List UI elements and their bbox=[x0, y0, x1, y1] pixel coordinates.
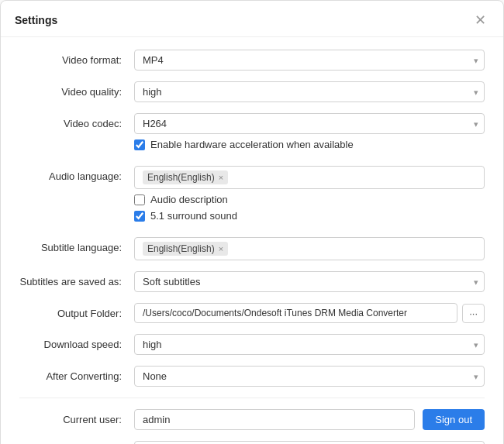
close-button[interactable]: ✕ bbox=[471, 12, 489, 29]
output-folder-label: Output Folder: bbox=[19, 303, 134, 319]
language-row: Language: English Chinese French German … bbox=[19, 441, 485, 444]
video-quality-select-wrapper: high medium low ▾ bbox=[134, 81, 485, 102]
language-control: English Chinese French German Japanese ▾ bbox=[134, 441, 485, 444]
subtitles-saved-select-wrapper: Soft subtitles Hard subtitles ▾ bbox=[134, 271, 485, 292]
output-folder-inner: ··· bbox=[134, 303, 485, 323]
audio-language-tag-close-icon[interactable]: × bbox=[219, 173, 223, 182]
audio-description-checkbox[interactable] bbox=[134, 194, 145, 205]
title-bar: Settings ✕ bbox=[1, 1, 503, 37]
hw-acceleration-row: Enable hardware acceleration when availa… bbox=[134, 139, 485, 150]
current-user-inner: Sign out bbox=[134, 409, 485, 430]
subtitle-language-row: Subtitle language: English(English) × bbox=[19, 237, 485, 260]
video-codec-select[interactable]: H264 H265 VP9 bbox=[134, 113, 485, 134]
audio-language-control: English(English) × Audio description 5.1… bbox=[134, 166, 485, 226]
audio-language-tag-input[interactable]: English(English) × bbox=[134, 166, 485, 189]
download-speed-select-wrapper: high medium low ▾ bbox=[134, 334, 485, 355]
subtitles-saved-control: Soft subtitles Hard subtitles ▾ bbox=[134, 271, 485, 292]
video-codec-control: H264 H265 VP9 ▾ Enable hardware accelera… bbox=[134, 113, 485, 155]
current-user-input[interactable] bbox=[134, 409, 415, 430]
audio-description-row: Audio description bbox=[134, 194, 485, 205]
audio-language-tag: English(English) × bbox=[143, 170, 228, 184]
video-format-select[interactable]: MP4 MOV MKV AVI bbox=[134, 50, 485, 71]
download-speed-control: high medium low ▾ bbox=[134, 334, 485, 355]
divider bbox=[19, 398, 485, 398]
after-converting-select-wrapper: None Open folder Shutdown ▾ bbox=[134, 366, 485, 387]
audio-language-row: Audio language: English(English) × Audio… bbox=[19, 166, 485, 226]
surround-sound-row: 5.1 surround sound bbox=[134, 210, 485, 222]
subtitles-saved-row: Subtitles are saved as: Soft subtitles H… bbox=[19, 271, 485, 292]
window-title: Settings bbox=[15, 14, 57, 26]
subtitle-language-label: Subtitle language: bbox=[19, 237, 134, 253]
after-converting-label: After Converting: bbox=[19, 366, 134, 382]
settings-window: Settings ✕ Video format: MP4 MOV MKV AVI… bbox=[0, 0, 504, 444]
hw-acceleration-checkbox[interactable] bbox=[134, 139, 145, 150]
download-speed-select[interactable]: high medium low bbox=[134, 334, 485, 355]
current-user-row: Current user: Sign out bbox=[19, 409, 485, 430]
hw-acceleration-label: Enable hardware acceleration when availa… bbox=[150, 139, 354, 150]
after-converting-select[interactable]: None Open folder Shutdown bbox=[134, 366, 485, 387]
settings-body: Video format: MP4 MOV MKV AVI ▾ Video qu… bbox=[1, 37, 503, 444]
subtitle-language-tag: English(English) × bbox=[143, 242, 228, 256]
language-select-wrapper: English Chinese French German Japanese ▾ bbox=[134, 441, 485, 444]
download-speed-label: Download speed: bbox=[19, 334, 134, 350]
language-label: Language: bbox=[19, 441, 134, 444]
video-format-control: MP4 MOV MKV AVI ▾ bbox=[134, 50, 485, 71]
surround-sound-label: 5.1 surround sound bbox=[150, 210, 237, 222]
video-quality-control: high medium low ▾ bbox=[134, 81, 485, 102]
subtitle-language-tag-input[interactable]: English(English) × bbox=[134, 237, 485, 260]
video-format-label: Video format: bbox=[19, 50, 134, 66]
subtitle-language-control: English(English) × bbox=[134, 237, 485, 260]
audio-description-label: Audio description bbox=[150, 194, 228, 205]
video-quality-label: Video quality: bbox=[19, 81, 134, 98]
output-folder-row: Output Folder: ··· bbox=[19, 303, 485, 323]
current-user-label: Current user: bbox=[19, 409, 134, 425]
output-folder-control: ··· bbox=[134, 303, 485, 323]
audio-language-label: Audio language: bbox=[19, 166, 134, 182]
language-select[interactable]: English Chinese French German Japanese bbox=[134, 441, 485, 444]
sign-out-button[interactable]: Sign out bbox=[423, 409, 485, 430]
after-converting-row: After Converting: None Open folder Shutd… bbox=[19, 366, 485, 387]
subtitle-language-tag-close-icon[interactable]: × bbox=[219, 244, 223, 253]
output-folder-input[interactable] bbox=[134, 303, 457, 323]
video-quality-row: Video quality: high medium low ▾ bbox=[19, 81, 485, 102]
video-format-select-wrapper: MP4 MOV MKV AVI ▾ bbox=[134, 50, 485, 71]
video-codec-select-wrapper: H264 H265 VP9 ▾ bbox=[134, 113, 485, 134]
video-format-row: Video format: MP4 MOV MKV AVI ▾ bbox=[19, 50, 485, 71]
surround-sound-checkbox[interactable] bbox=[134, 211, 145, 222]
after-converting-control: None Open folder Shutdown ▾ bbox=[134, 366, 485, 387]
video-codec-label: Video codec: bbox=[19, 113, 134, 129]
video-quality-select[interactable]: high medium low bbox=[134, 81, 485, 102]
subtitles-saved-label: Subtitles are saved as: bbox=[19, 271, 134, 287]
download-speed-row: Download speed: high medium low ▾ bbox=[19, 334, 485, 355]
video-codec-row: Video codec: H264 H265 VP9 ▾ Enable hard… bbox=[19, 113, 485, 155]
output-folder-browse-button[interactable]: ··· bbox=[462, 304, 485, 323]
current-user-control: Sign out bbox=[134, 409, 485, 430]
subtitles-saved-select[interactable]: Soft subtitles Hard subtitles bbox=[134, 271, 485, 292]
